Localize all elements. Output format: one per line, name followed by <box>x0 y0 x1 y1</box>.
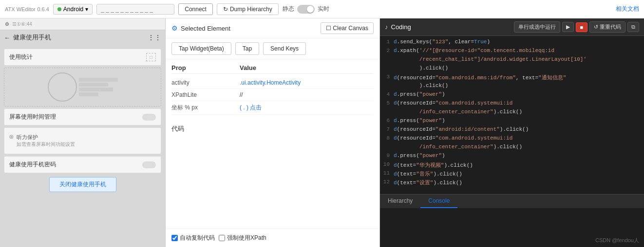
rerun-label: 重重代码 <box>600 24 621 30</box>
prop-col-header: Prop <box>171 64 240 71</box>
code-line-2: 2 d.xpath('//*[@resource-id="com.tencent… <box>380 48 644 56</box>
tab-console[interactable]: Console <box>420 194 457 208</box>
back-arrow-icon: ← <box>4 34 10 41</box>
prop-val-activity: .ui.activity.HomeActivity <box>240 79 374 86</box>
code-line-10: 6 d.press("power") <box>380 118 644 126</box>
force-xpath-checkbox[interactable] <box>219 235 225 241</box>
prop-row-coords: 坐标 % px ( . ) 点击 <box>171 101 374 115</box>
connect-button[interactable]: Connect <box>178 3 213 15</box>
app-brand: ATX WEditor 0.6.4 <box>5 5 49 13</box>
force-xpath-checkbox-label[interactable]: 强制使用XPath <box>219 234 266 242</box>
tap-button[interactable]: Tap <box>235 42 259 55</box>
code-line-17: 12 d(text="设置").click() <box>380 179 644 188</box>
bar4 <box>79 92 98 96</box>
rerun-button[interactable]: ↺ 重重代码 <box>589 21 625 33</box>
properties-table: Prop Value activity .ui.activity.HomeAct… <box>166 59 379 120</box>
code-line-9: /info_center_container").click() <box>380 109 644 118</box>
phone-screen-header: ← 健康使用手机 ⋮⋮ <box>0 30 165 45</box>
auto-copy-checkbox[interactable] <box>171 235 178 241</box>
prop-name-activity: activity <box>171 79 240 86</box>
left-panel: ⚙ ☰①⑥:44 ← 健康使用手机 ⋮⋮ 使用统计 □ <box>0 18 166 247</box>
bar-chart <box>79 78 118 96</box>
action-buttons-row: Tap Widget(Beta) Tap Send Keys <box>166 38 379 59</box>
code-line-12: 8 d(resourceId="com.android.systemui:id <box>380 135 644 144</box>
stop-button[interactable]: ■ <box>576 22 587 32</box>
bar3 <box>79 88 113 91</box>
left-panel-header: ⚙ ☰①⑥:44 <box>0 18 165 30</box>
screen-time-item[interactable]: 屏幕使用时间管理 <box>4 108 161 125</box>
tab-hierarchy[interactable]: Hierarchy <box>380 194 420 208</box>
code-line-11: 7 d(resourceId="android:id/content").cli… <box>380 126 644 135</box>
phone-screen: ← 健康使用手机 ⋮⋮ 使用统计 □ <box>0 30 165 247</box>
code-editor[interactable]: 1 d.send_keys("123", clear=True) 2 d.xpa… <box>380 36 644 194</box>
auto-copy-checkbox-label[interactable]: 自动复制代码 <box>171 234 215 242</box>
password-label: 健康使用手机密码 <box>9 160 56 169</box>
app-name: ATX WEditor <box>5 6 36 12</box>
clear-canvas-button[interactable]: ☐ Clear Canvas <box>321 22 374 34</box>
coding-title: ♪ Coding <box>385 23 411 31</box>
clear-canvas-icon: ☐ <box>326 25 333 32</box>
code-line-16: 11 d(text="音乐").click() <box>380 170 644 179</box>
phone-screen-title: 健康使用手机 <box>13 33 51 42</box>
tab-console-label: Console <box>428 197 450 204</box>
settings-icon: ⚙ <box>5 21 9 27</box>
val-col-header: Value <box>240 64 374 71</box>
prop-val-xpath: // <box>240 91 374 98</box>
toolbar: ATX WEditor 0.6.4 Android ▾ Connect ↻ Du… <box>0 0 644 18</box>
send-keys-button[interactable]: Send Keys <box>263 42 306 55</box>
code-line-7: 4 d.press("power") <box>380 91 644 100</box>
auto-copy-label: 自动复制代码 <box>180 234 215 242</box>
right-panel-header: ♪ Coding 单行或选中运行 ▶ ■ ↺ 重重代码 ⧉ <box>380 18 644 36</box>
device-label: Android <box>63 6 83 13</box>
screen-time-label: 屏幕使用时间管理 <box>9 113 56 121</box>
mode-toggle[interactable] <box>297 5 315 14</box>
play-button[interactable]: ▶ <box>562 22 574 32</box>
static-mode-label: 静态 <box>283 5 294 13</box>
prop-table-header: Prop Value <box>171 64 374 74</box>
copy-code-button[interactable]: ⧉ <box>627 22 639 32</box>
code-line-3: /recent_chat_list"]/android.widget.Linea… <box>380 56 644 65</box>
dump-hierarchy-label: Dump Hierarchy <box>230 6 272 13</box>
force-xpath-label: 强制使用XPath <box>227 234 266 242</box>
clear-canvas-label: Clear Canvas <box>333 25 368 32</box>
phone-items-container: 使用统计 □ 屏幕使用时间管理 <box>0 45 165 198</box>
right-action-buttons: 单行或选中运行 ▶ ■ ↺ 重重代码 ⧉ <box>514 21 639 33</box>
code-line-8: 5 d(resourceId="com.android.systemui:id <box>380 100 644 109</box>
options-icon: ⋮⋮ <box>148 34 161 41</box>
main-content: ⚙ ☰①⑥:44 ← 健康使用手机 ⋮⋮ 使用统计 □ <box>0 18 644 247</box>
related-docs-link[interactable]: 相关文档 <box>616 5 639 13</box>
tab-hierarchy-label: Hierarchy <box>388 197 413 204</box>
code-line-4: ).click() <box>380 65 644 74</box>
watermark-text: CSDN @fendou人 <box>595 237 639 244</box>
run-line-button[interactable]: 单行或选中运行 <box>514 21 560 33</box>
code-area-placeholder <box>166 135 379 229</box>
refresh-icon-sm: ↺ <box>594 24 600 30</box>
device-selector[interactable]: Android ▾ <box>53 4 93 15</box>
tap-widget-button[interactable]: Tap Widget(Beta) <box>171 42 231 55</box>
code-line-1: 1 d.send_keys("123", clear=True) <box>380 39 644 48</box>
usage-stats-label: 使用统计 <box>9 53 33 61</box>
coding-label-text: Coding <box>391 23 411 31</box>
bar2 <box>79 83 108 87</box>
chart-placeholder <box>4 68 161 106</box>
usage-stats-dashed-box: □ <box>146 53 156 61</box>
close-health-button[interactable]: 关闭健康使用手机 <box>49 177 116 192</box>
coordinates-label: ☰①⑥:44 <box>12 21 32 27</box>
mid-bottom-bar: 自动复制代码 强制使用XPath <box>166 229 379 247</box>
right-panel: ♪ Coding 单行或选中运行 ▶ ■ ↺ 重重代码 ⧉ 1 d.send_k… <box>380 18 644 247</box>
password-toggle[interactable] <box>142 161 156 168</box>
screen-time-toggle[interactable] <box>142 114 156 121</box>
device-id-input[interactable] <box>96 4 174 15</box>
mid-panel: ⚙ Selected Element ☐ Clear Canvas Tap Wi… <box>166 18 380 247</box>
dump-hierarchy-button[interactable]: ↻ Dump Hierarchy <box>217 3 279 15</box>
refresh-icon: ↻ <box>223 6 228 13</box>
password-item[interactable]: 健康使用手机密码 <box>4 156 161 173</box>
usage-stats-item[interactable]: 使用统计 □ <box>4 49 161 66</box>
hearing-label: 听力保护 <box>17 134 75 141</box>
hearing-item-inner: ◎ 听力保护 如需查看屏幕时间功能设置 <box>9 132 75 150</box>
selected-element-label: ⚙ Selected Element <box>171 24 230 32</box>
hearing-protection-item[interactable]: ◎ 听力保护 如需查看屏幕时间功能设置 <box>4 127 161 154</box>
code-line-6: ).click() <box>380 83 644 91</box>
prop-row-activity: activity .ui.activity.HomeActivity <box>171 77 374 89</box>
prop-row-xpath: XPathLite // <box>171 89 374 101</box>
